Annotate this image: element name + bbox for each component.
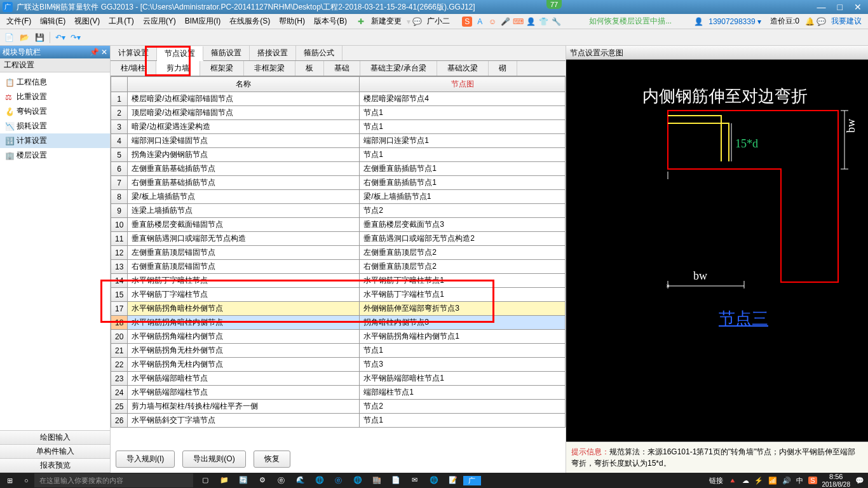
tab-stirrup-formula[interactable]: 箍筋公式 bbox=[296, 46, 342, 60]
plus-icon[interactable]: ✚ bbox=[356, 17, 366, 27]
table-row[interactable]: 24水平钢筋端部端柱节点端部端柱节点1 bbox=[111, 386, 566, 400]
tree-item-calc[interactable]: 🔢计算设置 bbox=[0, 133, 110, 148]
tray-icon[interactable]: 🔺 bbox=[728, 477, 737, 485]
open-icon[interactable]: 📂 bbox=[18, 31, 31, 44]
table-row[interactable]: 5拐角连梁内侧钢筋节点节点1 bbox=[111, 148, 566, 162]
draw-input-button[interactable]: 绘图输入 bbox=[0, 431, 110, 445]
table-row[interactable]: 22水平钢筋拐角无柱内侧节点节点3 bbox=[111, 358, 566, 372]
redo-icon[interactable]: ↷▾ bbox=[69, 31, 82, 44]
chat-icon[interactable]: 💬 bbox=[412, 17, 422, 27]
table-row[interactable]: 3暗梁/边框梁遇连梁构造节点1 bbox=[111, 120, 566, 134]
table-row[interactable]: 10垂直筋楼层变截面锚固节点垂直筋楼层变截面节点3 bbox=[111, 218, 566, 232]
new-change-button[interactable]: 新建变更 bbox=[367, 15, 405, 28]
task-icon[interactable]: 📄 bbox=[387, 476, 405, 485]
subtab-foundation[interactable]: 基础 bbox=[324, 61, 360, 76]
tray-icon[interactable]: ☁ bbox=[742, 477, 749, 485]
menu-file[interactable]: 文件(F) bbox=[3, 15, 35, 28]
restore-button[interactable]: 恢复 bbox=[254, 451, 290, 468]
menu-cloud[interactable]: 云应用(Y) bbox=[139, 15, 180, 28]
table-row[interactable]: 9连梁上墙插筋节点节点2 bbox=[111, 204, 566, 218]
subtab-frame-beam[interactable]: 框架梁 bbox=[200, 61, 244, 76]
green-tip-link[interactable]: 如何恢复楼层设置中描... bbox=[589, 16, 672, 27]
col-name[interactable]: 名称 bbox=[128, 77, 360, 92]
table-row[interactable]: 7右侧垂直筋基础插筋节点右侧垂直筋插筋节点1 bbox=[111, 176, 566, 190]
tray-icon[interactable]: 中 bbox=[796, 476, 803, 485]
task-icon[interactable]: 🌐 bbox=[425, 476, 443, 485]
import-rule-button[interactable]: 导入规则(I) bbox=[116, 451, 175, 468]
task-icon[interactable]: 🌊 bbox=[292, 476, 309, 485]
tab-lap-settings[interactable]: 搭接设置 bbox=[250, 46, 296, 60]
tab-stirrup-settings[interactable]: 箍筋设置 bbox=[203, 46, 250, 60]
subtab-nonframe-beam[interactable]: 非框架梁 bbox=[244, 61, 295, 76]
emoji-icon[interactable]: ☺ bbox=[487, 17, 498, 27]
shirt-icon[interactable]: 👕 bbox=[538, 17, 548, 27]
export-rule-button[interactable]: 导出规则(O) bbox=[182, 451, 245, 468]
task-icon[interactable]: 🌐 bbox=[349, 476, 367, 485]
user-icon[interactable]: 👤 bbox=[693, 17, 703, 27]
subtab-foundation-beam[interactable]: 基础主梁/承台梁 bbox=[360, 61, 437, 76]
undo-icon[interactable]: ↶▾ bbox=[54, 31, 67, 44]
task-icon[interactable]: ⓔ bbox=[273, 476, 290, 485]
table-row[interactable]: 11垂直钢筋遇洞口或端部无节点构造垂直筋遇洞口或端部无节点构造2 bbox=[111, 232, 566, 246]
menu-edit[interactable]: 编辑(E) bbox=[36, 15, 69, 28]
table-row[interactable]: 18水平钢筋拐角暗柱内侧节点拐角暗柱内侧节点3 bbox=[111, 316, 566, 330]
save-icon[interactable]: 💾 bbox=[33, 31, 46, 44]
task-icon[interactable]: ▢ bbox=[196, 476, 214, 485]
new-icon[interactable]: 📄 bbox=[3, 31, 15, 44]
subtab-column[interactable]: 柱/墙柱 bbox=[111, 61, 156, 76]
mic-icon[interactable]: 🎤 bbox=[500, 17, 510, 27]
tray-icon[interactable]: ⚡ bbox=[754, 477, 763, 485]
menu-tool[interactable]: 工具(T) bbox=[105, 15, 137, 28]
table-row[interactable]: 21水平钢筋拐角无柱外侧节点节点1 bbox=[111, 344, 566, 358]
phone-link[interactable]: 13907298339 ▾ bbox=[705, 16, 765, 27]
tab-node-settings[interactable]: 节点设置 bbox=[157, 46, 203, 61]
taskbar-link[interactable]: 链接 bbox=[709, 476, 723, 485]
tray-icon[interactable]: S bbox=[808, 477, 817, 484]
table-row[interactable]: 8梁/板上墙插筋节点梁/板上墙插筋节点1 bbox=[111, 190, 566, 204]
task-icon[interactable]: 🔄 bbox=[234, 476, 252, 485]
taskbar-search[interactable]: 在这里输入你要搜索的内容 bbox=[34, 473, 193, 487]
col-diagram[interactable]: 节点图 bbox=[360, 77, 566, 92]
menu-view[interactable]: 视图(V) bbox=[71, 15, 104, 28]
subtab-masonry[interactable]: 砌 bbox=[489, 61, 517, 76]
table-row[interactable]: 15水平钢筋丁字端柱节点水平钢筋丁字端柱节点1 bbox=[111, 288, 566, 302]
table-row[interactable]: 23水平钢筋端部暗柱节点水平钢筋端部暗柱节点1 bbox=[111, 372, 566, 386]
table-row[interactable]: 14水平钢筋丁字暗柱节点水平钢筋丁字暗柱节点1 bbox=[111, 274, 566, 288]
taskbar-time[interactable]: 8:56 bbox=[822, 473, 851, 480]
table-wrap[interactable]: 名称 节点图 1楼层暗梁/边框梁端部锚固节点楼层暗梁端部节点42顶层暗梁/边框梁… bbox=[111, 76, 566, 445]
tray-icon[interactable]: 📶 bbox=[768, 477, 777, 485]
notification-center-icon[interactable]: 💬 bbox=[855, 477, 864, 485]
minimize-button[interactable]: — bbox=[817, 2, 826, 12]
single-input-button[interactable]: 单构件输入 bbox=[0, 445, 110, 459]
tree-item-floor[interactable]: 🏢楼层设置 bbox=[0, 148, 110, 163]
subtab-shear-wall[interactable]: 剪力墙 bbox=[156, 61, 200, 76]
sogou-icon[interactable]: S bbox=[462, 17, 472, 27]
tab-calc-settings[interactable]: 计算设置 bbox=[111, 46, 157, 60]
task-icon[interactable]: 📁 bbox=[215, 476, 233, 485]
task-icon[interactable]: 📝 bbox=[444, 476, 462, 485]
wrench-icon[interactable]: 🔧 bbox=[551, 17, 561, 27]
suggest-link[interactable]: 我要建议 bbox=[827, 15, 865, 28]
start-button[interactable]: ⊞ bbox=[0, 477, 19, 485]
table-row[interactable]: 4端部洞口连梁锚固节点端部洞口连梁节点1 bbox=[111, 134, 566, 148]
task-icon[interactable]: ✉ bbox=[406, 476, 424, 485]
close-button[interactable]: ✕ bbox=[854, 2, 862, 12]
tray-icon[interactable]: 🔊 bbox=[782, 477, 791, 485]
cortana-icon[interactable]: ○ bbox=[19, 477, 34, 484]
task-icon[interactable]: 🏬 bbox=[368, 476, 386, 485]
tree-item-loss[interactable]: 📉损耗设置 bbox=[0, 119, 110, 133]
table-row[interactable]: 26水平钢筋斜交丁字墙节点节点1 bbox=[111, 414, 566, 428]
tree-item-project-info[interactable]: 📋工程信息 bbox=[0, 75, 110, 90]
table-row[interactable]: 12左侧垂直筋顶层锚固节点左侧垂直筋顶层节点2 bbox=[111, 246, 566, 260]
maximize-button[interactable]: □ bbox=[837, 2, 843, 12]
table-row[interactable]: 6左侧垂直筋基础插筋节点左侧垂直筋插筋节点1 bbox=[111, 162, 566, 176]
table-row[interactable]: 20水平钢筋拐角端柱内侧节点水平钢筋拐角端柱内侧节点1 bbox=[111, 330, 566, 344]
subtab-slab[interactable]: 板 bbox=[295, 61, 324, 76]
table-row[interactable]: 17水平钢筋拐角暗柱外侧节点外侧钢筋伸至端部弯折节点3 bbox=[111, 302, 566, 316]
task-icon[interactable]: 广 bbox=[463, 476, 481, 485]
table-row[interactable]: 2顶层暗梁/边框梁端部锚固节点节点1 bbox=[111, 106, 566, 120]
menu-help[interactable]: 帮助(H) bbox=[275, 15, 309, 28]
person-icon[interactable]: 👤 bbox=[526, 17, 536, 27]
subtab-secondary-beam[interactable]: 基础次梁 bbox=[437, 61, 489, 76]
bell-icon[interactable]: 🔔 bbox=[804, 17, 815, 27]
